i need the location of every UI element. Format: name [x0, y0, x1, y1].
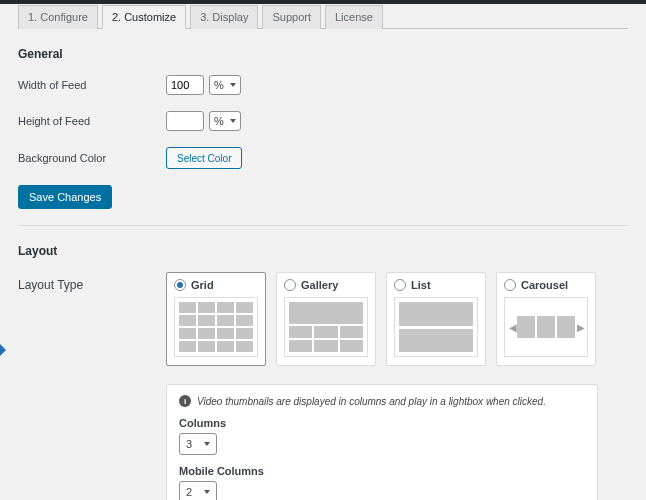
radio-gallery[interactable]: [284, 279, 296, 291]
layout-option-label: Carousel: [521, 279, 568, 291]
select-color-button[interactable]: Select Color: [166, 147, 242, 169]
tab-license[interactable]: License: [325, 5, 383, 29]
chevron-left-icon: ◀: [509, 322, 515, 333]
height-input[interactable]: [166, 111, 204, 131]
mobile-columns-label: Mobile Columns: [179, 465, 585, 477]
layout-option-carousel[interactable]: Carousel ◀ ▶: [496, 272, 596, 366]
height-label: Height of Feed: [18, 115, 166, 127]
radio-grid[interactable]: [174, 279, 186, 291]
grid-preview-icon: [174, 297, 258, 357]
layout-option-grid[interactable]: Grid: [166, 272, 266, 366]
layout-options: Grid Gallery: [166, 272, 596, 366]
radio-carousel[interactable]: [504, 279, 516, 291]
layout-option-gallery[interactable]: Gallery: [276, 272, 376, 366]
section-layout-title: Layout: [18, 244, 628, 258]
info-icon: i: [179, 395, 191, 407]
mobile-columns-select[interactable]: 2: [179, 481, 217, 500]
layout-option-label: List: [411, 279, 431, 291]
save-changes-button[interactable]: Save Changes: [18, 185, 112, 209]
height-unit-select[interactable]: %: [209, 111, 241, 131]
layout-type-label: Layout Type: [18, 272, 166, 366]
list-preview-icon: [394, 297, 478, 357]
tab-support[interactable]: Support: [262, 5, 321, 29]
layout-details-box: i Video thumbnails are displayed in colu…: [166, 384, 598, 500]
carousel-preview-icon: ◀ ▶: [504, 297, 588, 357]
settings-tabs: 1. Configure 2. Customize 3. Display Sup…: [18, 4, 628, 29]
tab-customize[interactable]: 2. Customize: [102, 5, 186, 29]
layout-info-text: Video thumbnails are displayed in column…: [197, 396, 546, 407]
columns-label: Columns: [179, 417, 585, 429]
layout-option-list[interactable]: List: [386, 272, 486, 366]
radio-list[interactable]: [394, 279, 406, 291]
chevron-right-icon: ▶: [577, 322, 583, 333]
section-general-title: General: [18, 47, 628, 61]
edge-indicator-icon: [0, 344, 6, 356]
bgcolor-label: Background Color: [18, 152, 166, 164]
layout-option-label: Gallery: [301, 279, 338, 291]
width-unit-select[interactable]: %: [209, 75, 241, 95]
tab-configure[interactable]: 1. Configure: [18, 5, 98, 29]
divider: [18, 225, 628, 226]
columns-select[interactable]: 3: [179, 433, 217, 455]
layout-option-label: Grid: [191, 279, 214, 291]
tab-display[interactable]: 3. Display: [190, 5, 258, 29]
width-label: Width of Feed: [18, 79, 166, 91]
gallery-preview-icon: [284, 297, 368, 357]
width-input[interactable]: [166, 75, 204, 95]
